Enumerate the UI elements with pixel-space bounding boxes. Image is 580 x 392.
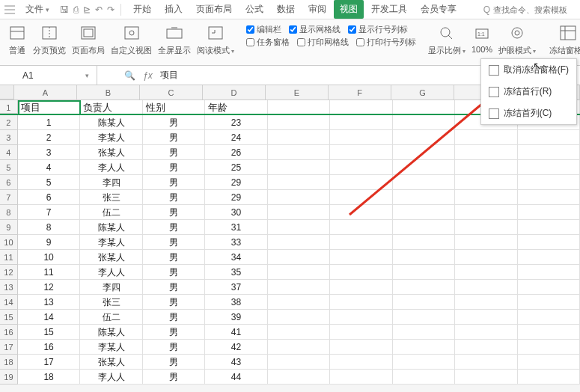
cell[interactable] <box>330 280 392 295</box>
cell[interactable] <box>330 295 392 310</box>
cell[interactable]: 男 <box>143 160 205 175</box>
cell[interactable]: 10 <box>18 250 80 265</box>
zoom-显示比例[interactable]: 显示比例▾ <box>425 22 468 56</box>
cell[interactable] <box>268 295 330 310</box>
row-head-6[interactable]: 6 <box>0 175 18 190</box>
cell[interactable] <box>393 265 455 280</box>
freeze-option[interactable]: 取消冻结窗格(F) <box>481 59 576 81</box>
row-head-5[interactable]: 5 <box>0 160 18 175</box>
cell[interactable] <box>330 340 392 355</box>
cell[interactable]: 李某人 <box>80 340 142 355</box>
row-head-17[interactable]: 17 <box>0 340 18 355</box>
cell[interactable]: 13 <box>18 295 80 310</box>
cell[interactable] <box>268 160 330 175</box>
cell[interactable] <box>330 355 392 370</box>
view-全屏显示[interactable]: 全屏显示 <box>155 22 194 56</box>
cell[interactable] <box>330 265 392 280</box>
cell[interactable] <box>518 370 580 385</box>
cell[interactable]: 男 <box>143 280 205 295</box>
cell[interactable] <box>393 250 455 265</box>
cell[interactable] <box>330 100 392 114</box>
cell[interactable]: 42 <box>205 340 267 355</box>
cell[interactable] <box>518 160 580 175</box>
check-显示行号列标[interactable]: 显示行号列标 <box>348 24 408 35</box>
cell[interactable] <box>330 145 392 160</box>
cell[interactable] <box>393 100 455 114</box>
cell[interactable]: 男 <box>143 340 205 355</box>
cell[interactable]: 男 <box>143 190 205 205</box>
cell[interactable]: 男 <box>143 265 205 280</box>
cell[interactable] <box>330 160 392 175</box>
spreadsheet-grid[interactable]: ABCDEFGHI 1项目负责人性别年龄21陈某人男2332李某人男2443张某… <box>0 85 580 385</box>
app-menu-icon[interactable] <box>4 4 18 15</box>
cell[interactable]: 男 <box>143 205 205 220</box>
cell[interactable]: 男 <box>143 130 205 145</box>
cell[interactable] <box>455 205 517 220</box>
cell[interactable]: 26 <box>205 145 267 160</box>
cell[interactable]: 30 <box>205 205 267 220</box>
cell[interactable] <box>268 190 330 205</box>
view-阅读模式[interactable]: 阅读模式▾ <box>194 22 237 56</box>
cell[interactable]: 负责人 <box>80 100 142 114</box>
cell[interactable]: 男 <box>143 220 205 235</box>
row-head-14[interactable]: 14 <box>0 295 18 310</box>
cell[interactable]: 15 <box>18 325 80 340</box>
cell[interactable] <box>330 370 392 385</box>
cell[interactable] <box>455 250 517 265</box>
cell[interactable]: 24 <box>205 130 267 145</box>
cell[interactable] <box>393 295 455 310</box>
cell[interactable] <box>518 295 580 310</box>
cell[interactable] <box>393 115 455 130</box>
cell[interactable] <box>393 235 455 250</box>
cell[interactable]: 18 <box>18 370 80 385</box>
cell[interactable] <box>518 235 580 250</box>
cell[interactable]: 29 <box>205 190 267 205</box>
cell[interactable] <box>393 220 455 235</box>
cell[interactable]: 39 <box>205 310 267 325</box>
cell[interactable]: 6 <box>18 190 80 205</box>
cell[interactable]: 李某人 <box>80 130 142 145</box>
cell[interactable]: 李四 <box>80 280 142 295</box>
tab-公式[interactable]: 公式 <box>239 0 269 19</box>
cell[interactable] <box>330 115 392 130</box>
cell[interactable]: 陈某人 <box>80 325 142 340</box>
cell[interactable] <box>393 340 455 355</box>
magnifier-icon[interactable]: 🔍 <box>124 70 135 81</box>
col-head-B[interactable]: B <box>77 85 140 99</box>
cell[interactable] <box>268 355 330 370</box>
cell[interactable]: 李某人 <box>80 235 142 250</box>
cell[interactable] <box>455 310 517 325</box>
cell[interactable]: 年龄 <box>205 100 267 114</box>
cell[interactable]: 男 <box>143 325 205 340</box>
cell[interactable] <box>393 280 455 295</box>
cell[interactable] <box>455 130 517 145</box>
cell[interactable] <box>268 250 330 265</box>
cell[interactable] <box>455 325 517 340</box>
search-input[interactable] <box>493 5 576 14</box>
view-页面布局[interactable]: 页面布局 <box>69 22 108 56</box>
cell[interactable]: 35 <box>205 265 267 280</box>
cell[interactable]: 37 <box>205 280 267 295</box>
preview-icon[interactable]: ⊵ <box>83 4 91 15</box>
cell[interactable] <box>455 280 517 295</box>
col-head-C[interactable]: C <box>140 85 203 99</box>
zoom-护眼模式[interactable]: 护眼模式▾ <box>495 22 539 56</box>
cell[interactable] <box>455 265 517 280</box>
cell[interactable] <box>330 220 392 235</box>
undo-icon[interactable]: ↶ <box>95 4 103 15</box>
cell[interactable] <box>268 370 330 385</box>
cell[interactable] <box>268 340 330 355</box>
tab-视图[interactable]: 视图 <box>334 0 364 19</box>
cell[interactable] <box>393 205 455 220</box>
tab-插入[interactable]: 插入 <box>159 0 189 19</box>
tab-页面布局[interactable]: 页面布局 <box>190 0 238 19</box>
cell[interactable]: 陈某人 <box>80 115 142 130</box>
cell[interactable] <box>330 205 392 220</box>
name-box[interactable]: A1 ▾ <box>15 66 97 85</box>
cell[interactable] <box>455 175 517 190</box>
cell[interactable] <box>268 145 330 160</box>
freeze-option[interactable]: 冻结首行(R) <box>481 81 576 102</box>
cell[interactable]: 男 <box>143 145 205 160</box>
cell[interactable] <box>268 220 330 235</box>
cell[interactable] <box>518 280 580 295</box>
